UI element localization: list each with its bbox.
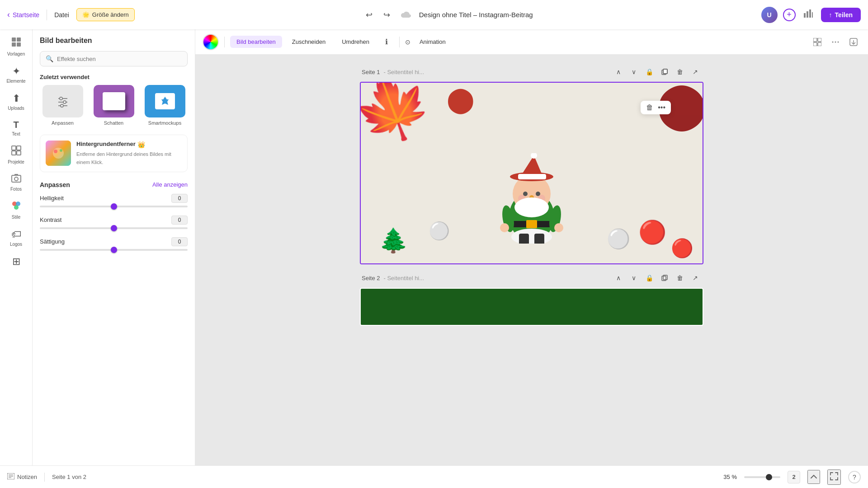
uploads-label: Uploads <box>8 106 24 111</box>
sidebar-item-vorlagen[interactable]: Vorlagen <box>2 33 31 60</box>
saettigung-track[interactable] <box>40 249 188 251</box>
page1-container: Seite 1 - Seitentitel hi... ∧ ∨ 🔒 🗑 ↗ <box>360 66 703 264</box>
sidebar-item-apps[interactable]: ⊞ <box>2 252 31 271</box>
effects-grid: Anpassen Schatten Smartmockups <box>40 85 188 126</box>
svg-point-26 <box>60 149 62 152</box>
svg-marker-53 <box>520 155 543 177</box>
svg-point-49 <box>500 223 509 232</box>
page2-delete-button[interactable]: 🗑 <box>674 272 686 284</box>
sidebar-item-text[interactable]: T Text <box>2 116 31 140</box>
page-number-button[interactable]: 2 <box>788 471 800 483</box>
effect-smartmockups[interactable]: Smartmockups <box>142 85 188 126</box>
resize-button[interactable]: 🌟 Größe ändern <box>76 8 135 21</box>
ball-decoration-top: ⬤ <box>447 85 475 114</box>
page1-canvas-frame[interactable]: 🍁 ⬤ ⬤ <box>360 82 703 264</box>
cloud-save-button[interactable] <box>398 7 414 23</box>
crown-icon: 👑 <box>137 141 145 148</box>
animation-icon: ⊙ <box>405 38 410 46</box>
kontrast-label: Kontrast <box>40 216 61 223</box>
notes-button[interactable]: Notizen <box>7 473 37 481</box>
more-icon[interactable]: ••• <box>658 103 665 112</box>
toolbar-dots-button[interactable] <box>828 35 843 49</box>
svg-rect-0 <box>804 13 806 18</box>
saettigung-slider-row: Sättigung 0 <box>40 237 188 251</box>
share-button[interactable]: ↑ Teilen <box>821 8 861 22</box>
status-bar: Notizen Seite 1 von 2 35 % 2 ? <box>0 465 868 488</box>
svg-rect-27 <box>813 38 817 42</box>
toolbar-zuschneiden[interactable]: Zuschneiden <box>286 36 332 48</box>
fullscreen-button[interactable] <box>827 469 841 485</box>
sidebar-item-stile[interactable]: Stile <box>2 197 31 223</box>
back-button[interactable]: ‹ Startseite <box>7 10 39 19</box>
search-box[interactable]: 🔍 <box>40 51 188 66</box>
svg-rect-11 <box>17 151 21 155</box>
svg-point-21 <box>63 101 66 103</box>
search-input[interactable] <box>57 56 182 62</box>
page2-collapse-button[interactable]: ∧ <box>612 272 625 284</box>
sidebar-item-fotos[interactable]: Fotos <box>2 170 31 195</box>
file-button[interactable]: Datei <box>54 11 69 19</box>
toolbar-bild-bearbeiten[interactable]: Bild bearbeiten <box>230 36 282 48</box>
header: ‹ Startseite Datei 🌟 Größe ändern ↩ ↪ De… <box>0 0 868 29</box>
redo-button[interactable]: ↪ <box>381 7 393 23</box>
page1-duplicate-button[interactable] <box>658 66 671 78</box>
stile-icon <box>11 201 21 213</box>
page2-header: Seite 2 - Seitentitel hi... ∧ ∨ 🔒 🗑 ↗ <box>360 272 703 284</box>
svg-rect-29 <box>813 42 817 46</box>
kontrast-thumb[interactable] <box>111 225 117 231</box>
page2-duplicate-button[interactable] <box>658 272 671 284</box>
projekte-label: Projekte <box>8 160 24 164</box>
svg-point-32 <box>835 41 836 42</box>
zoom-slider[interactable] <box>744 476 780 478</box>
sidebar-item-projekte[interactable]: Projekte <box>2 142 31 168</box>
color-picker-button[interactable] <box>203 34 219 50</box>
bg-remover-section[interactable]: Hintergrundentferner 👑 Entferne den Hint… <box>40 135 188 172</box>
toolbar-grid-button[interactable] <box>810 35 825 49</box>
collapse-button[interactable] <box>807 470 820 484</box>
vorlagen-icon <box>11 37 22 50</box>
sidebar-item-logos[interactable]: 🏷 Logos <box>2 225 31 250</box>
effect-anpassen[interactable]: Anpassen <box>40 85 85 126</box>
adjust-all-button[interactable]: Alle anzeigen <box>152 181 188 188</box>
helligkeit-track[interactable] <box>40 206 188 207</box>
page1-lock-button[interactable]: 🔒 <box>643 66 656 78</box>
page1-delete-button[interactable]: 🗑 <box>674 66 686 78</box>
add-collaborator-button[interactable]: + <box>783 9 796 21</box>
kontrast-track[interactable] <box>40 227 188 229</box>
zoom-thumb[interactable] <box>766 474 772 480</box>
svg-rect-1 <box>807 11 808 18</box>
helligkeit-label: Helligkeit <box>40 195 64 202</box>
page2-lock-button[interactable]: 🔒 <box>643 272 656 284</box>
delete-icon[interactable]: 🗑 <box>646 103 653 112</box>
page1-share-button[interactable]: ↗ <box>689 66 702 78</box>
ornament-silver: ⚪ <box>607 228 630 250</box>
effect-label-anpassen: Anpassen <box>52 120 74 126</box>
page2-share-button[interactable]: ↗ <box>689 272 702 284</box>
uploads-icon: ⬆ <box>12 93 20 104</box>
toolbar-umdrehen[interactable]: Umdrehen <box>335 36 376 48</box>
svg-rect-37 <box>663 69 667 74</box>
ornament-small: 🔴 <box>671 238 693 259</box>
panel-title: Bild bearbeiten <box>40 37 188 45</box>
page2-subtitle: - Seitentitel hi... <box>383 275 424 282</box>
page2-controls: ∧ ∨ 🔒 🗑 ↗ <box>612 272 702 284</box>
effect-schatten[interactable]: Schatten <box>91 85 137 126</box>
page2-expand-button[interactable]: ∨ <box>627 272 640 284</box>
help-button[interactable]: ? <box>848 471 861 483</box>
svg-point-23 <box>61 104 63 107</box>
stats-button[interactable] <box>801 7 816 23</box>
page2-canvas-frame[interactable] <box>360 288 703 326</box>
sidebar-item-uploads[interactable]: ⬆ Uploads <box>2 89 31 114</box>
toolbar-divider-2 <box>399 37 400 47</box>
toolbar-animation[interactable]: Animation <box>413 36 452 48</box>
toolbar-info-button[interactable]: ℹ <box>379 35 394 49</box>
zoom-track[interactable] <box>744 476 780 478</box>
helligkeit-thumb[interactable] <box>111 203 117 210</box>
page1-collapse-button[interactable]: ∧ <box>612 66 625 78</box>
fotos-label: Fotos <box>10 187 22 192</box>
undo-button[interactable]: ↩ <box>363 7 375 23</box>
page1-expand-button[interactable]: ∨ <box>627 66 640 78</box>
saettigung-thumb[interactable] <box>111 247 117 253</box>
toolbar-download-button[interactable] <box>846 35 861 49</box>
sidebar-item-elemente[interactable]: ✦ Elemente <box>2 62 31 87</box>
